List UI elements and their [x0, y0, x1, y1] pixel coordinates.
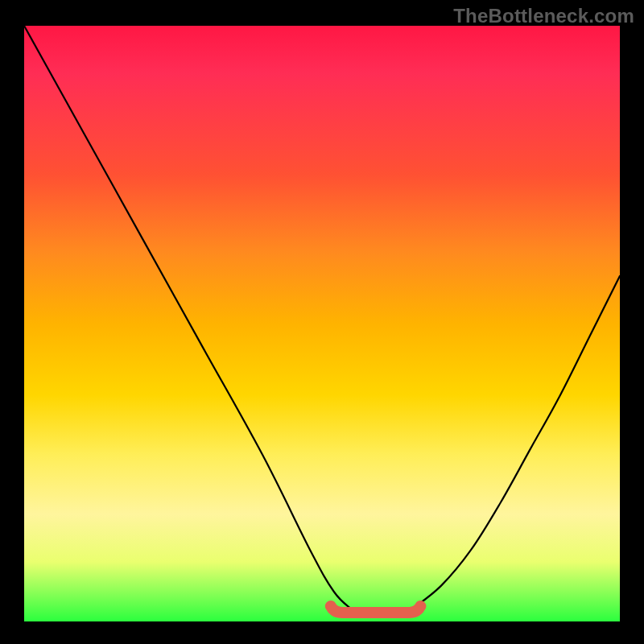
chart-svg [24, 26, 620, 621]
bottleneck-curve-right [411, 276, 620, 609]
watermark-text: TheBottleneck.com [453, 5, 634, 27]
plot-area [24, 26, 620, 621]
chart-frame: TheBottleneck.com [0, 0, 644, 644]
bottleneck-curve-left [24, 26, 352, 609]
optimal-band [331, 606, 421, 613]
